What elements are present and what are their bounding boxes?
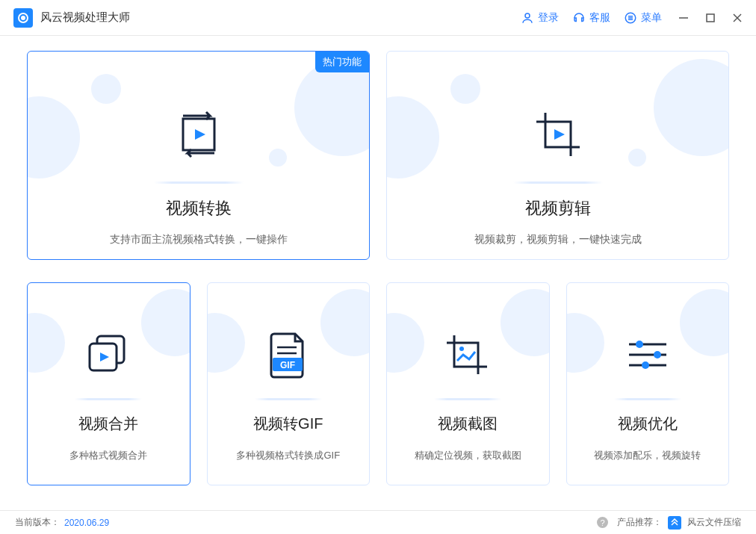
maximize-button[interactable]: [705, 13, 716, 23]
card-video-gif[interactable]: GIF 视频转GIF 多种视频格式转换成GIF: [207, 282, 371, 485]
svg-point-0: [525, 13, 530, 18]
app-title: 风云视频处理大师: [40, 10, 130, 25]
convert-icon: [173, 93, 225, 176]
card-video-convert[interactable]: 热门功能 视频转换 支持市面主流视频格式转换，一键操作: [27, 51, 370, 260]
feature-row-top: 热门功能 视频转换 支持市面主流视频格式转换，一键操作: [27, 51, 729, 260]
card-video-optimize[interactable]: 视频优化 视频添加配乐，视频旋转: [566, 282, 730, 485]
card-desc: 精确定位视频，获取截图: [415, 449, 521, 462]
card-video-snapshot[interactable]: 视频截图 精确定位视频，获取截图: [386, 282, 550, 485]
card-video-edit[interactable]: 视频剪辑 视频裁剪，视频剪辑，一键快速完成: [386, 51, 729, 260]
feature-row-bottom: 视频合并 多种格式视频合并 GIF 视频转GIF 多种视频格: [27, 282, 729, 485]
menu-label: 菜单: [641, 11, 662, 25]
recommend-app-icon: [668, 516, 681, 530]
card-desc: 多种视频格式转换成GIF: [236, 449, 340, 462]
svg-point-20: [636, 341, 643, 348]
recommend-label: 产品推荐：: [617, 516, 662, 529]
card-title: 视频优化: [618, 414, 678, 434]
snapshot-icon: [444, 317, 492, 392]
hot-badge: 热门功能: [315, 52, 369, 72]
card-desc: 支持市面主流视频格式转换，一键操作: [110, 233, 288, 246]
recommend-app-name[interactable]: 风云文件压缩: [687, 516, 741, 529]
login-label: 登录: [538, 11, 559, 25]
divider: [614, 398, 681, 400]
sliders-icon: [625, 317, 671, 392]
window-controls: [678, 13, 743, 23]
divider: [255, 398, 322, 400]
card-title: 视频转换: [166, 197, 232, 220]
close-button[interactable]: [732, 13, 743, 23]
merge-icon: [85, 317, 131, 392]
menu-button[interactable]: 菜单: [624, 11, 662, 25]
statusbar: 当前版本： 2020.06.29 ? 产品推荐： 风云文件压缩: [0, 510, 756, 534]
card-desc: 视频添加配乐，视频旋转: [594, 449, 701, 462]
card-title: 视频合并: [78, 414, 138, 434]
card-title: 视频转GIF: [253, 414, 323, 434]
gif-file-icon: GIF: [268, 317, 309, 392]
card-title: 视频截图: [438, 414, 498, 434]
card-desc: 多种格式视频合并: [69, 449, 147, 462]
svg-text:GIF: GIF: [280, 360, 295, 370]
svg-point-16: [459, 347, 464, 351]
help-icon[interactable]: ?: [597, 517, 608, 528]
card-desc: 视频裁剪，视频剪辑，一键快速完成: [474, 233, 642, 246]
menu-icon: [624, 11, 637, 25]
support-button[interactable]: 客服: [572, 11, 610, 25]
crop-icon: [532, 93, 584, 176]
version-label: 当前版本：: [15, 516, 60, 529]
svg-point-22: [642, 361, 649, 369]
card-video-merge[interactable]: 视频合并 多种格式视频合并: [27, 282, 190, 485]
minimize-button[interactable]: [678, 13, 689, 23]
card-title: 视频剪辑: [525, 197, 591, 220]
svg-rect-6: [707, 14, 714, 22]
app-logo: [13, 8, 33, 28]
divider: [513, 181, 603, 184]
headset-icon: [572, 11, 586, 25]
version-value: 2020.06.29: [64, 518, 109, 528]
main-content: 热门功能 视频转换 支持市面主流视频格式转换，一键操作: [0, 36, 756, 510]
svg-point-21: [654, 351, 661, 358]
divider: [154, 181, 244, 184]
titlebar: 风云视频处理大师 登录 客服 菜单: [0, 0, 756, 36]
divider: [75, 398, 142, 400]
divider: [434, 398, 501, 400]
support-label: 客服: [589, 11, 610, 25]
user-icon: [521, 11, 534, 25]
login-button[interactable]: 登录: [521, 11, 559, 25]
